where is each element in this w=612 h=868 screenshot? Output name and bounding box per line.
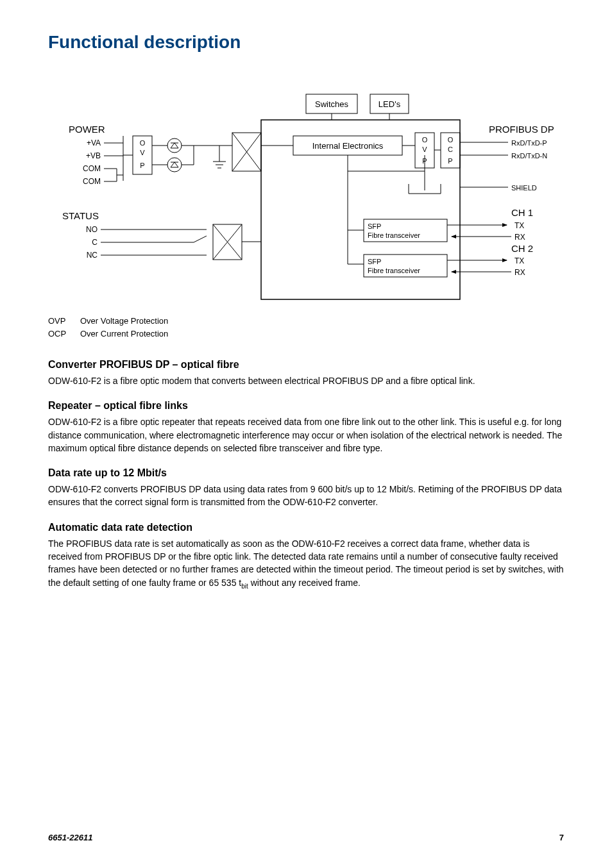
profibus-rxn: RxD/TxD-N: [511, 152, 547, 160]
status-nc: NC: [87, 251, 98, 260]
diagram-legend: OVP Over Voltage Protection OCP Over Cur…: [48, 315, 564, 340]
profibus-rxp: RxD/TxD-P: [511, 139, 547, 147]
section4-text: The PROFIBUS data rate is set automatica…: [48, 537, 564, 591]
diode-icon: [152, 146, 194, 172]
power-com1: COM: [83, 164, 101, 173]
power-va: +VA: [87, 138, 101, 147]
svg-point-18: [167, 158, 182, 172]
power-vb: +VB: [86, 151, 101, 160]
svg-line-33: [194, 236, 207, 242]
status-c: C: [92, 238, 98, 247]
power-com2: COM: [83, 177, 101, 186]
section3-title: Data rate up to 12 Mbit/s: [48, 467, 564, 479]
leds-label: LED's: [378, 99, 401, 109]
ocp-o: O: [448, 136, 454, 144]
ovp-o: O: [140, 139, 146, 147]
diode-icon: [152, 138, 207, 153]
section2-text: ODW-610-F2 is a fibre optic repeater tha…: [48, 415, 564, 455]
power-label: POWER: [69, 124, 105, 135]
section3-text: ODW-610-F2 converts PROFIBUS DP data usi…: [48, 483, 564, 509]
profibus-shield: SHIELD: [511, 184, 537, 192]
ch1-label: CH 1: [511, 207, 533, 218]
ocp-abbr: OCP: [48, 328, 80, 340]
ch2-rx: RX: [514, 268, 525, 277]
ocp-desc: Over Current Protection: [80, 328, 168, 340]
status-no: NO: [86, 225, 98, 234]
ch1-rx: RX: [514, 233, 525, 242]
ovp-v: V: [140, 149, 145, 156]
footer-doc-number: 6651-22611: [48, 833, 92, 842]
ovp2-o: O: [422, 136, 428, 144]
ovp-p: P: [140, 162, 144, 169]
ovp-abbr: OVP: [48, 315, 80, 328]
ovp2-p: P: [422, 157, 427, 165]
sfp2-label: SFP: [368, 258, 381, 265]
ovp-desc: Over Voltage Protection: [80, 315, 168, 328]
ch2-tx: TX: [514, 256, 524, 265]
switches-label: Switches: [315, 99, 349, 109]
ocp-c: C: [448, 146, 453, 153]
internal-electronics-label: Internal Electronics: [312, 141, 384, 151]
svg-point-14: [167, 138, 182, 153]
fibre1-label: Fibre transceiver: [368, 231, 420, 239]
status-label: STATUS: [62, 210, 99, 221]
ovp2-v: V: [422, 146, 427, 153]
profibus-label: PROFIBUS DP: [489, 124, 554, 135]
page-title: Functional description: [48, 32, 564, 53]
ocp-p: P: [448, 157, 452, 165]
footer-page-number: 7: [559, 833, 564, 842]
section1-text: ODW-610-F2 is a fibre optic modem that c…: [48, 374, 564, 387]
ch1-tx: TX: [514, 221, 524, 230]
ch2-label: CH 2: [511, 243, 533, 254]
section1-title: Converter PROFIBUS DP – optical fibre: [48, 359, 564, 371]
fibre2-label: Fibre transceiver: [368, 267, 420, 274]
section2-title: Repeater – optical fibre links: [48, 400, 564, 412]
functional-block-diagram: Switches LED's POWER +VA +VB COM COM O V…: [48, 69, 564, 306]
sfp1-label: SFP: [368, 222, 381, 230]
section4-title: Automatic data rate detection: [48, 522, 564, 533]
